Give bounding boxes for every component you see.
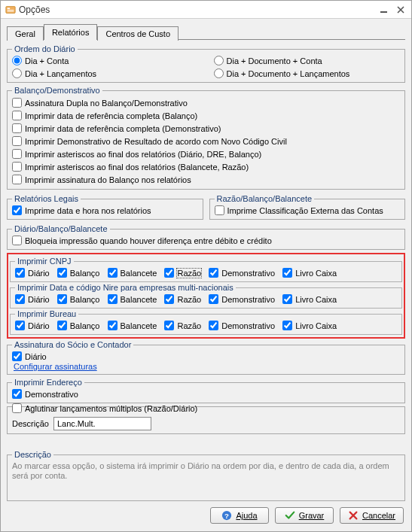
description-text: Ao marcar essa opção, o sistema irá impr… — [12, 461, 400, 481]
nire-diario[interactable] — [15, 294, 25, 304]
check-assinatura-dupla[interactable] — [12, 98, 22, 108]
group-assinatura-socio: Assinatura do Sócio e Contador Diário Co… — [7, 340, 405, 375]
cancel-label: Cancelar — [362, 511, 395, 520]
nire-demonstrativo[interactable] — [209, 294, 218, 304]
check-bloqueia-impressao[interactable] — [12, 236, 22, 245]
legend-razao: Razão/Balanço/Balancete — [215, 194, 315, 203]
save-button[interactable]: Gravar — [275, 507, 334, 524]
nire-razao[interactable] — [164, 294, 174, 304]
tab-relatorios[interactable]: Relatórios — [44, 24, 98, 40]
nire-livrocaixa[interactable] — [282, 294, 292, 304]
help-icon: ? — [221, 510, 232, 521]
label-dia-doc-conta: Dia + Documento + Conta — [227, 56, 322, 65]
cnpj-balanco[interactable] — [57, 268, 67, 278]
endereco-demonstrativo[interactable] — [12, 389, 22, 399]
group-razao-balanco-balancete: Razão/Balanço/Balancete Imprime Classifi… — [209, 194, 406, 220]
legend-cnpj: Imprimir CNPJ — [15, 257, 74, 266]
nire-balancete-label: Balancete — [121, 295, 157, 304]
input-descricao[interactable] — [53, 417, 151, 430]
cnpj-livrocaixa-label: Livro Caixa — [295, 269, 337, 278]
label-classif-externa: Imprime Classificação Externa das Contas — [227, 206, 383, 215]
legend-endereco: Imprimir Endereço — [12, 378, 84, 387]
nire-demonstrativo-label: Demonstrativo — [221, 295, 275, 304]
options-window: Opções Geral Relatórios Centros de Custo… — [0, 0, 412, 532]
group-aglutinar: Aglutinar lançamentos múltiplos (Razão/D… — [7, 406, 405, 434]
titlebar: Opções — [1, 1, 411, 19]
bureau-livrocaixa[interactable] — [282, 321, 292, 330]
bureau-balanco[interactable] — [57, 321, 67, 330]
cnpj-demonstrativo[interactable] — [209, 268, 218, 278]
label-descricao: Descrição — [12, 419, 49, 428]
help-button[interactable]: ? Ajuda — [210, 507, 269, 524]
check-assinatura-balanco[interactable] — [12, 175, 22, 184]
cnpj-demonstrativo-label: Demonstrativo — [221, 269, 275, 278]
bureau-razao[interactable] — [164, 321, 174, 330]
group-cnpj: Imprimir CNPJ Diário Balanço Balancete R… — [10, 257, 402, 282]
label-data-ref-balanco: Imprimir data de referência completa (Ba… — [25, 111, 197, 120]
svg-rect-2 — [8, 10, 14, 11]
endereco-demonstrativo-label: Demonstrativo — [25, 390, 78, 399]
cnpj-balancete[interactable] — [108, 268, 117, 278]
group-bureau: Imprimir Bureau Diário Balanço Balancete… — [10, 309, 402, 335]
bureau-balancete[interactable] — [108, 321, 117, 330]
label-assinatura-dupla: Assinatura Dupla no Balanço/Demonstrativ… — [25, 99, 188, 108]
group-ordem-diario: Ordem do Diário Dia + Conta Dia + Docume… — [7, 44, 405, 83]
nire-balanco[interactable] — [57, 294, 67, 304]
tab-centros-custo[interactable]: Centros de Custo — [97, 26, 179, 41]
panel-relatorios: Ordem do Diário Dia + Conta Dia + Docume… — [7, 40, 405, 450]
check-icon — [285, 510, 295, 521]
check-asteriscos-balancete[interactable] — [12, 162, 22, 172]
assinatura-diario[interactable] — [12, 351, 22, 361]
legend-bureau: Imprimir Bureau — [15, 309, 78, 318]
minimize-button[interactable] — [378, 5, 390, 15]
check-data-ref-balanco[interactable] — [12, 111, 22, 120]
check-data-hora-rel[interactable] — [12, 205, 22, 215]
check-aglutinar[interactable] — [12, 403, 22, 413]
window-title: Opções — [19, 5, 374, 15]
cnpj-balancete-label: Balancete — [121, 269, 157, 278]
label-assinatura-balanco: Imprimir assinatura do Balanço nos relat… — [25, 175, 191, 184]
group-rel-legais: Relatórios Legais Imprime data e hora no… — [7, 194, 203, 220]
check-classif-externa[interactable] — [215, 205, 224, 215]
bureau-diario[interactable] — [15, 321, 25, 330]
label-asteriscos-diario: Imprimir asteriscos ao final dos relatór… — [25, 150, 261, 159]
close-button[interactable] — [395, 5, 407, 15]
label-data-ref-demo: Imprimir data de referência completa (De… — [25, 124, 221, 133]
bureau-balancete-label: Balancete — [121, 321, 157, 330]
cnpj-diario[interactable] — [15, 268, 25, 278]
radio-dia-doc-conta[interactable] — [214, 56, 224, 65]
radio-dia-conta[interactable] — [12, 56, 22, 65]
content-area: Geral Relatórios Centros de Custo Ordem … — [1, 19, 411, 531]
bureau-balanco-label: Balanço — [70, 321, 100, 330]
nire-balancete[interactable] — [108, 294, 117, 304]
bureau-demonstrativo[interactable] — [209, 321, 218, 330]
group-balanco-demonstrativo: Balanço/Demonstrativo Assinatura Dupla n… — [7, 86, 405, 190]
button-row: ? Ajuda Gravar Cancelar — [7, 501, 405, 525]
description-box: Descrição Ao marcar essa opção, o sistem… — [7, 454, 405, 501]
label-asteriscos-balancete: Imprimir asteriscos ao final dos relatór… — [25, 163, 249, 172]
legend-dbb: Diário/Balanço/Balancete — [12, 224, 110, 233]
cancel-button[interactable]: Cancelar — [340, 507, 404, 524]
link-configurar-assinaturas[interactable]: Configurar assinaturas — [14, 362, 97, 371]
check-asteriscos-diario[interactable] — [12, 149, 22, 159]
cnpj-razao[interactable] — [164, 268, 174, 278]
radio-dia-doc-lanc[interactable] — [214, 68, 224, 78]
check-demo-novo-codigo[interactable] — [12, 136, 22, 146]
label-dia-lanc: Dia + Lançamentos — [25, 69, 96, 78]
cnpj-livrocaixa[interactable] — [282, 268, 292, 278]
cnpj-balanco-label: Balanço — [70, 269, 100, 278]
bureau-livrocaixa-label: Livro Caixa — [295, 321, 337, 330]
tabstrip: Geral Relatórios Centros de Custo — [7, 23, 405, 40]
svg-rect-3 — [8, 11, 14, 11]
cnpj-diario-label: Diário — [28, 269, 50, 278]
legend-ordem: Ordem do Diário — [12, 44, 78, 53]
legend-assinatura: Assinatura do Sócio e Contador — [12, 340, 133, 349]
radio-dia-lanc[interactable] — [12, 68, 22, 78]
check-data-ref-demo[interactable] — [12, 123, 22, 133]
tab-geral[interactable]: Geral — [7, 26, 44, 41]
label-demo-novo-codigo: Imprimir Demonstrativo de Resultado de a… — [25, 137, 287, 146]
nire-razao-label: Razão — [177, 295, 201, 304]
group-diario-balanco-balancete: Diário/Balanço/Balancete Bloqueia impres… — [7, 224, 405, 250]
cnpj-razao-label: Razão — [177, 269, 201, 278]
nire-diario-label: Diário — [28, 295, 50, 304]
